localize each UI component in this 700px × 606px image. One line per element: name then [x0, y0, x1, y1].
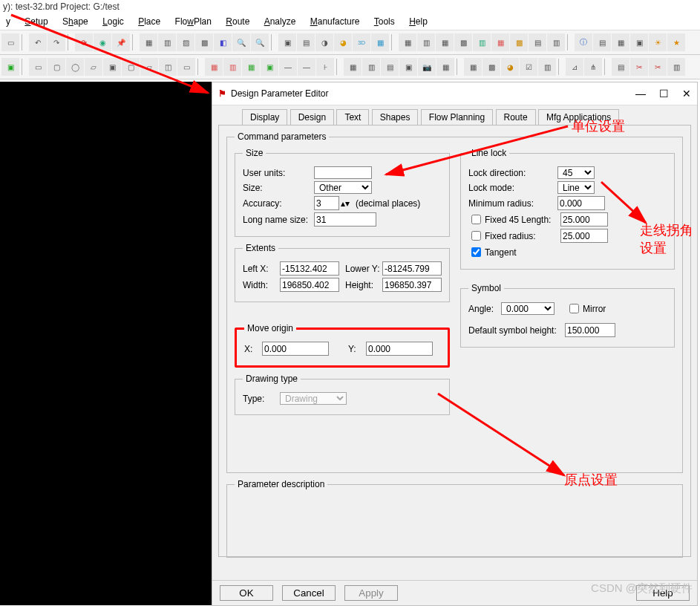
menu-tools[interactable]: Tools	[368, 15, 401, 28]
fixed-radius-input[interactable]	[560, 229, 608, 243]
tb-icon[interactable]: ▣	[1, 58, 19, 76]
tb-icon[interactable]: ✂	[630, 58, 648, 76]
tb-icon[interactable]: ☀	[649, 33, 667, 51]
height-input[interactable]	[382, 278, 442, 292]
fixed-radius-checkbox[interactable]	[471, 231, 481, 241]
tb-icon[interactable]: ◯	[66, 58, 84, 76]
tb-icon[interactable]: ⋔	[584, 58, 602, 76]
tb-icon[interactable]: ▥	[473, 33, 491, 51]
tb-icon[interactable]: ▭	[1, 33, 19, 51]
tb-icon[interactable]: ▣	[261, 58, 278, 76]
tb-icon[interactable]: ◕	[334, 33, 352, 51]
tb-icon[interactable]: ▢	[122, 58, 140, 76]
tab-display[interactable]: Display	[242, 109, 287, 125]
mirror-checkbox[interactable]	[569, 304, 579, 313]
tb-icon[interactable]: ▨	[177, 33, 194, 51]
tb-icon[interactable]: ◑	[315, 33, 333, 51]
tb-icon[interactable]: ▩	[454, 33, 472, 51]
tb-icon[interactable]: ◕	[501, 58, 519, 76]
tb-icon[interactable]: ▦	[464, 58, 482, 76]
fixed-45-input[interactable]	[560, 212, 608, 227]
tb-icon[interactable]: ▤	[381, 58, 399, 76]
tb-icon[interactable]: ▩	[510, 33, 528, 51]
undo-icon[interactable]: ↶	[29, 33, 47, 51]
tb-icon[interactable]: ▦	[436, 58, 454, 76]
info-icon[interactable]: ⓘ	[575, 33, 592, 51]
origin-y-input[interactable]	[366, 342, 433, 356]
tb-icon[interactable]: ▤	[612, 58, 629, 76]
minimize-button[interactable]: —	[635, 88, 646, 100]
tb-icon[interactable]: ▥	[158, 33, 176, 51]
tb-icon[interactable]: ▣	[103, 58, 121, 76]
tab-mfg-applications[interactable]: Mfg Applications	[538, 109, 619, 125]
tb-icon[interactable]: ▣	[278, 33, 296, 51]
zoom-out-icon[interactable]: 🔍	[251, 33, 269, 51]
tb-icon[interactable]: ▥	[547, 33, 565, 51]
menu-route[interactable]: Route	[220, 15, 255, 28]
default-symbol-height-input[interactable]	[565, 323, 615, 337]
camera-icon[interactable]: 📷	[418, 58, 436, 76]
tb-icon[interactable]: ▱	[85, 58, 102, 76]
help-button[interactable]: Help	[636, 585, 690, 601]
tb-icon[interactable]: ▥	[667, 58, 685, 76]
tb-icon[interactable]: ▱	[140, 58, 158, 76]
user-units-select[interactable]: Mils	[314, 166, 372, 179]
tb-icon[interactable]: ▦	[344, 58, 362, 76]
cancel-button[interactable]: Cancel	[282, 585, 336, 601]
menu-logic[interactable]: Logic	[97, 15, 130, 28]
tb-icon[interactable]: —	[298, 58, 315, 76]
tb-icon[interactable]: ◫	[159, 58, 177, 76]
tb-icon[interactable]: ▥	[538, 58, 556, 76]
maximize-button[interactable]: ☐	[659, 88, 669, 100]
tb-icon[interactable]: ▤	[593, 33, 611, 51]
design-canvas[interactable]	[0, 82, 212, 605]
redo-icon[interactable]: ↷	[48, 33, 65, 51]
fixed-45-checkbox[interactable]	[471, 215, 481, 224]
tb-icon[interactable]: ▣	[630, 33, 648, 51]
pin-icon[interactable]: 📌	[112, 33, 130, 51]
tb-3d-icon[interactable]: 3D	[353, 33, 370, 51]
menu-place[interactable]: Place	[132, 15, 166, 28]
lock-mode-select[interactable]: Line	[557, 181, 595, 194]
size-select[interactable]: Other	[314, 181, 372, 194]
zoom-in-icon[interactable]: 🔍	[232, 33, 250, 51]
refresh-icon[interactable]: ⟳	[75, 33, 93, 51]
tb-icon[interactable]: ★	[667, 33, 685, 51]
menu-analyze[interactable]: Analyze	[258, 15, 302, 28]
tb-icon[interactable]: ▥	[362, 58, 380, 76]
tb-icon[interactable]: ☑	[520, 58, 537, 76]
apply-button[interactable]: Apply	[344, 585, 398, 601]
tb-icon[interactable]: ▥	[223, 58, 241, 76]
menu-setup[interactable]: Setup	[19, 15, 53, 28]
ok-button[interactable]: OK	[220, 585, 273, 601]
leftx-input[interactable]	[280, 261, 339, 276]
tb-icon[interactable]: ⊿	[566, 58, 583, 76]
menu-help[interactable]: Help	[403, 15, 434, 28]
tab-shapes[interactable]: Shapes	[372, 109, 419, 125]
angle-select[interactable]: 0.000	[501, 302, 555, 315]
tangent-checkbox[interactable]	[471, 247, 481, 257]
long-name-size-input[interactable]	[314, 212, 376, 227]
accuracy-input[interactable]	[314, 196, 339, 210]
tb-icon[interactable]: ▦	[491, 33, 509, 51]
tb-icon[interactable]: —	[279, 58, 297, 76]
tab-flow-planning[interactable]: Flow Planning	[421, 109, 493, 125]
tb-icon[interactable]: ▩	[483, 58, 500, 76]
tb-icon[interactable]: ✂	[649, 58, 667, 76]
minimum-radius-input[interactable]	[557, 196, 605, 210]
grid-icon[interactable]: ▦	[399, 33, 416, 51]
tb-icon[interactable]: ▦	[140, 33, 157, 51]
close-button[interactable]: ✕	[682, 88, 691, 100]
tb-icon[interactable]: ▢	[48, 58, 65, 76]
tb-icon[interactable]: ◧	[214, 33, 232, 51]
tb-icon[interactable]: ▦	[371, 33, 389, 51]
tb-icon[interactable]: ▦	[436, 33, 454, 51]
tab-route[interactable]: Route	[496, 109, 536, 125]
origin-x-input[interactable]	[262, 342, 329, 356]
tb-icon[interactable]: ▦	[242, 58, 260, 76]
accuracy-spinner[interactable]: ▴▾	[341, 198, 350, 209]
tb-icon[interactable]: ▭	[29, 58, 47, 76]
tb-icon[interactable]: ▣	[399, 58, 417, 76]
lowery-input[interactable]	[382, 261, 442, 276]
tb-icon[interactable]: ▦	[612, 33, 629, 51]
